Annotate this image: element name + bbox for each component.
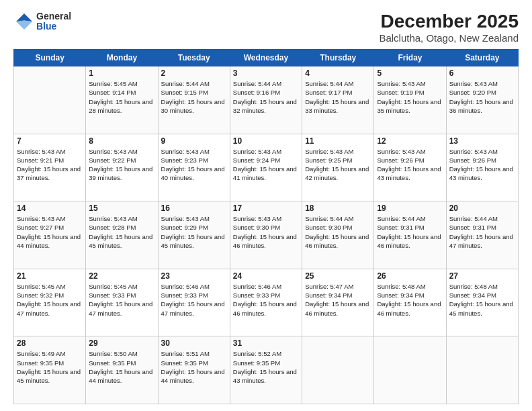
day-number: 21 xyxy=(17,271,83,281)
day-info: Sunrise: 5:44 AM Sunset: 9:17 PM Dayligh… xyxy=(305,79,371,115)
sunrise: Sunrise: 5:49 AM xyxy=(17,350,65,357)
day-cell: 7 Sunrise: 5:43 AM Sunset: 9:21 PM Dayli… xyxy=(14,134,86,201)
day-number: 11 xyxy=(305,136,371,146)
sunset: Sunset: 9:14 PM xyxy=(89,89,136,96)
day-info: Sunrise: 5:52 AM Sunset: 9:35 PM Dayligh… xyxy=(233,349,299,385)
daylight: Daylight: 15 hours and 47 minutes. xyxy=(17,300,81,316)
day-number: 13 xyxy=(449,136,515,146)
day-info: Sunrise: 5:43 AM Sunset: 9:19 PM Dayligh… xyxy=(377,79,443,115)
daylight: Daylight: 15 hours and 36 minutes. xyxy=(449,98,513,114)
day-info: Sunrise: 5:44 AM Sunset: 9:31 PM Dayligh… xyxy=(449,214,515,250)
day-cell: 3 Sunrise: 5:44 AM Sunset: 9:16 PM Dayli… xyxy=(230,66,302,134)
sunset: Sunset: 9:34 PM xyxy=(377,291,424,299)
logo-blue: Blue xyxy=(36,21,71,32)
day-number: 20 xyxy=(449,203,515,213)
daylight: Daylight: 15 hours and 33 minutes. xyxy=(305,98,369,114)
day-number: 6 xyxy=(449,68,515,78)
daylight: Daylight: 15 hours and 28 minutes. xyxy=(89,98,152,114)
sunrise: Sunrise: 5:43 AM xyxy=(17,148,65,155)
calendar-subtitle: Balclutha, Otago, New Zealand xyxy=(379,32,519,44)
day-number: 8 xyxy=(89,136,154,146)
sunrise: Sunrise: 5:52 AM xyxy=(233,350,281,357)
sunrise: Sunrise: 5:45 AM xyxy=(89,283,137,290)
sunset: Sunset: 9:30 PM xyxy=(233,224,280,231)
day-info: Sunrise: 5:45 AM Sunset: 9:14 PM Dayligh… xyxy=(89,79,154,115)
sunset: Sunset: 9:26 PM xyxy=(377,156,424,164)
sunset: Sunset: 9:33 PM xyxy=(89,291,136,299)
sunset: Sunset: 9:34 PM xyxy=(305,291,352,299)
daylight: Daylight: 15 hours and 43 minutes. xyxy=(233,368,297,384)
day-info: Sunrise: 5:44 AM Sunset: 9:30 PM Dayligh… xyxy=(305,214,371,250)
sunset: Sunset: 9:22 PM xyxy=(89,156,136,164)
sunrise: Sunrise: 5:46 AM xyxy=(161,283,210,290)
day-number: 14 xyxy=(17,203,83,213)
day-info: Sunrise: 5:44 AM Sunset: 9:31 PM Dayligh… xyxy=(377,214,443,250)
day-cell: 31 Sunrise: 5:52 AM Sunset: 9:35 PM Dayl… xyxy=(230,336,302,404)
day-number: 15 xyxy=(89,203,154,213)
day-cell: 18 Sunrise: 5:44 AM Sunset: 9:30 PM Dayl… xyxy=(302,201,374,269)
day-info: Sunrise: 5:43 AM Sunset: 9:20 PM Dayligh… xyxy=(449,79,515,115)
calendar-title: December 2025 xyxy=(379,11,519,32)
day-info: Sunrise: 5:46 AM Sunset: 9:33 PM Dayligh… xyxy=(161,282,227,318)
daylight: Daylight: 15 hours and 41 minutes. xyxy=(233,165,297,181)
sunrise: Sunrise: 5:43 AM xyxy=(17,215,65,222)
daylight: Daylight: 15 hours and 45 minutes. xyxy=(89,233,152,249)
daylight: Daylight: 15 hours and 47 minutes. xyxy=(449,233,513,249)
daylight: Daylight: 15 hours and 44 minutes. xyxy=(161,368,225,384)
daylight: Daylight: 15 hours and 42 minutes. xyxy=(305,165,369,181)
col-friday: Friday xyxy=(374,50,446,66)
daylight: Daylight: 15 hours and 43 minutes. xyxy=(449,165,513,181)
col-monday: Monday xyxy=(86,50,158,66)
day-cell: 19 Sunrise: 5:44 AM Sunset: 9:31 PM Dayl… xyxy=(374,201,446,269)
sunrise: Sunrise: 5:44 AM xyxy=(449,215,498,222)
sunrise: Sunrise: 5:43 AM xyxy=(377,148,425,155)
day-info: Sunrise: 5:43 AM Sunset: 9:27 PM Dayligh… xyxy=(17,214,83,250)
week-row-2: 7 Sunrise: 5:43 AM Sunset: 9:21 PM Dayli… xyxy=(14,134,519,201)
sunrise: Sunrise: 5:47 AM xyxy=(305,283,353,290)
day-number: 30 xyxy=(161,338,227,348)
sunrise: Sunrise: 5:44 AM xyxy=(233,80,281,87)
day-number: 26 xyxy=(377,271,443,281)
day-info: Sunrise: 5:48 AM Sunset: 9:34 PM Dayligh… xyxy=(377,282,443,318)
day-cell: 11 Sunrise: 5:43 AM Sunset: 9:25 PM Dayl… xyxy=(302,134,374,201)
sunset: Sunset: 9:25 PM xyxy=(305,156,352,164)
day-cell: 4 Sunrise: 5:44 AM Sunset: 9:17 PM Dayli… xyxy=(302,66,374,134)
day-number: 24 xyxy=(233,271,299,281)
sunset: Sunset: 9:20 PM xyxy=(449,89,496,96)
week-row-5: 28 Sunrise: 5:49 AM Sunset: 9:35 PM Dayl… xyxy=(14,336,519,404)
day-cell: 30 Sunrise: 5:51 AM Sunset: 9:35 PM Dayl… xyxy=(158,336,230,404)
day-number: 19 xyxy=(377,203,443,213)
col-saturday: Saturday xyxy=(446,50,518,66)
sunset: Sunset: 9:35 PM xyxy=(89,359,136,367)
day-info: Sunrise: 5:49 AM Sunset: 9:35 PM Dayligh… xyxy=(17,349,83,385)
header: General Blue December 2025 Balclutha, Ot… xyxy=(13,11,519,44)
day-cell: 9 Sunrise: 5:43 AM Sunset: 9:23 PM Dayli… xyxy=(158,134,230,201)
day-number: 23 xyxy=(161,271,227,281)
day-number: 31 xyxy=(233,338,299,348)
day-cell: 17 Sunrise: 5:43 AM Sunset: 9:30 PM Dayl… xyxy=(230,201,302,269)
logo-general: General xyxy=(36,11,71,21)
sunrise: Sunrise: 5:45 AM xyxy=(17,283,65,290)
sunrise: Sunrise: 5:48 AM xyxy=(377,283,425,290)
sunrise: Sunrise: 5:50 AM xyxy=(89,350,137,357)
sunset: Sunset: 9:15 PM xyxy=(161,89,208,96)
day-cell xyxy=(374,336,446,404)
sunset: Sunset: 9:35 PM xyxy=(17,359,64,367)
day-number: 25 xyxy=(305,271,371,281)
day-info: Sunrise: 5:43 AM Sunset: 9:30 PM Dayligh… xyxy=(233,214,299,250)
day-cell: 21 Sunrise: 5:45 AM Sunset: 9:32 PM Dayl… xyxy=(14,269,86,336)
sunrise: Sunrise: 5:48 AM xyxy=(449,283,498,290)
daylight: Daylight: 15 hours and 43 minutes. xyxy=(377,165,441,181)
daylight: Daylight: 15 hours and 46 minutes. xyxy=(305,300,369,316)
sunset: Sunset: 9:30 PM xyxy=(305,224,352,231)
day-info: Sunrise: 5:43 AM Sunset: 9:26 PM Dayligh… xyxy=(377,147,443,183)
daylight: Daylight: 15 hours and 46 minutes. xyxy=(233,300,297,316)
sunrise: Sunrise: 5:44 AM xyxy=(377,215,425,222)
sunrise: Sunrise: 5:43 AM xyxy=(233,215,281,222)
day-number: 7 xyxy=(17,136,83,146)
sunset: Sunset: 9:31 PM xyxy=(449,224,496,231)
sunset: Sunset: 9:27 PM xyxy=(17,224,64,231)
day-number: 2 xyxy=(161,68,227,78)
day-info: Sunrise: 5:45 AM Sunset: 9:32 PM Dayligh… xyxy=(17,282,83,318)
daylight: Daylight: 15 hours and 47 minutes. xyxy=(161,300,225,316)
